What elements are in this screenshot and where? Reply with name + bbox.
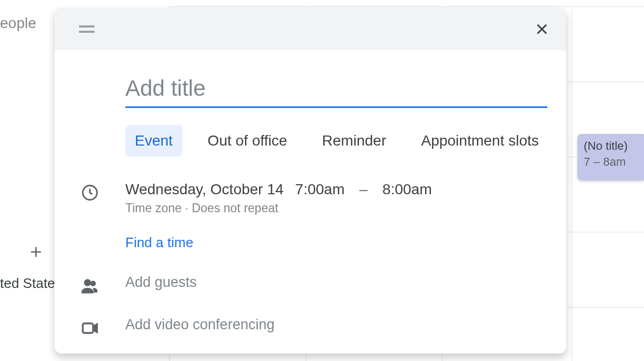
tab-event[interactable]: Event [125,125,182,157]
svg-rect-3 [83,323,94,333]
close-button[interactable] [531,19,553,40]
tab-reminder[interactable]: Reminder [312,125,395,157]
add-video-conferencing-button[interactable]: Add video conferencing [125,317,274,332]
recurrence-link[interactable]: Does not repeat [192,201,279,215]
svg-point-2 [91,281,96,286]
event-date[interactable]: Wednesday, October 14 [125,181,283,198]
tab-out-of-office[interactable]: Out of office [198,125,297,157]
timezone-link[interactable]: Time zone [125,201,182,215]
event-title-input[interactable] [125,71,547,108]
video-icon [54,317,125,338]
event-chip-title: (No title) [584,139,640,153]
close-icon [534,21,550,37]
people-icon [54,274,125,295]
event-end-time[interactable]: 8:00am [382,181,431,198]
event-chip-time: 7 – 8am [584,155,640,169]
clock-icon [54,181,125,202]
event-time-row[interactable]: Wednesday, October 14 7:00am – 8:00am [125,181,550,198]
create-event-dialog: Event Out of office Reminder Appointment… [54,8,566,354]
add-guests-button[interactable]: Add guests [125,274,197,290]
tab-appointment-slots[interactable]: Appointment slots [411,125,548,157]
find-a-time-button[interactable]: Find a time [125,234,194,251]
time-subline: Time zone · Does not repeat [125,201,550,215]
event-type-tabs: Event Out of office Reminder Appointment… [125,125,566,157]
time-separator: – [360,181,368,198]
svg-point-1 [85,279,91,286]
calendar-event-chip[interactable]: (No title) 7 – 8am [577,134,644,180]
dialog-header [54,8,566,50]
drag-handle-icon[interactable] [79,25,95,33]
plus-icon [27,243,44,260]
event-start-time[interactable]: 7:00am [295,181,344,198]
